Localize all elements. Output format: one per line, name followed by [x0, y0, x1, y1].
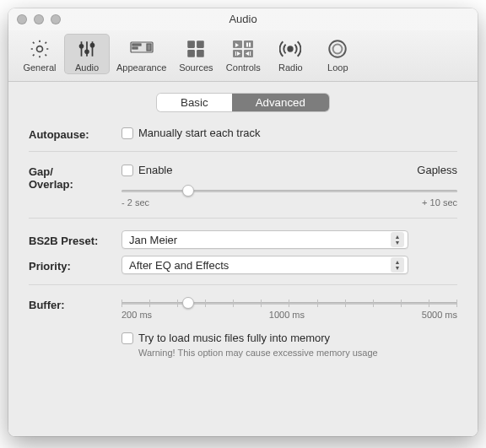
buffer-tick-5000: 5000 ms: [422, 310, 457, 320]
toolbar-label: Controls: [226, 62, 261, 73]
toolbar-label: Loop: [327, 62, 348, 73]
tab-basic[interactable]: Basic: [157, 94, 232, 111]
svg-rect-9: [197, 40, 204, 48]
toolbar-label: General: [23, 62, 56, 73]
toolbar-label: Appearance: [116, 62, 166, 73]
toolbar-general[interactable]: General: [17, 34, 62, 74]
svg-rect-10: [188, 50, 196, 57]
gap-enable-row[interactable]: Enable: [122, 164, 172, 176]
divider: [29, 218, 457, 219]
svg-rect-6: [132, 47, 138, 49]
svg-point-19: [330, 40, 347, 57]
titlebar: Audio: [8, 8, 478, 30]
toolbar-audio[interactable]: Audio: [64, 34, 110, 74]
svg-rect-13: [244, 40, 253, 48]
puzzle-icon: [184, 37, 208, 61]
buffer-tick-200: 200 ms: [122, 310, 152, 320]
memory-warning: Warning! This option may cause excessive…: [138, 348, 457, 358]
tab-segmented-control: Basic Advanced: [29, 94, 457, 111]
svg-rect-7: [147, 44, 151, 51]
divider: [29, 151, 457, 152]
svg-point-0: [37, 46, 43, 52]
appearance-icon: [130, 37, 154, 61]
toolbar-radio[interactable]: Radio: [267, 34, 313, 74]
content-pane: Basic Advanced Autopause: Manually start…: [8, 82, 478, 436]
memory-checkbox[interactable]: [122, 332, 133, 344]
buffer-tick-1000: 1000 ms: [269, 310, 305, 320]
svg-rect-17: [249, 43, 251, 47]
buffer-label: Buffer:: [29, 297, 122, 311]
gapless-label: Gapless: [417, 164, 457, 176]
bs2b-value: Jan Meier: [129, 234, 177, 246]
divider: [29, 284, 457, 285]
svg-point-1: [80, 45, 84, 48]
window-title: Audio: [8, 13, 478, 25]
toolbar-label: Sources: [179, 62, 213, 73]
toolbar-appearance[interactable]: Appearance: [111, 34, 171, 74]
svg-rect-8: [188, 40, 196, 48]
gap-min-label: - 2 sec: [122, 197, 149, 208]
preferences-window: Audio General Audio Appearance Sources: [8, 8, 478, 436]
buffer-slider[interactable]: [122, 302, 457, 305]
radio-icon: [278, 37, 302, 61]
svg-rect-16: [246, 43, 248, 47]
gap-slider-thumb[interactable]: [182, 185, 194, 197]
loop-icon: [326, 37, 349, 61]
svg-point-18: [289, 46, 293, 51]
svg-rect-11: [197, 50, 204, 57]
toolbar-loop[interactable]: Loop: [315, 34, 360, 74]
toolbar-sources[interactable]: Sources: [173, 34, 219, 74]
priority-label: Priority:: [29, 258, 122, 273]
gap-label: Gap/ Overlap:: [29, 164, 122, 191]
bs2b-label: BS2B Preset:: [29, 233, 122, 247]
select-arrows-icon: ▲▼: [391, 257, 404, 273]
autopause-checkbox-label: Manually start each track: [138, 127, 261, 139]
svg-point-3: [91, 44, 94, 47]
sliders-icon: [75, 37, 99, 61]
gap-slider[interactable]: [122, 190, 457, 192]
svg-rect-12: [233, 40, 242, 48]
autopause-checkbox[interactable]: [122, 127, 133, 139]
autopause-label: Autopause:: [29, 127, 122, 141]
playback-icon: [231, 37, 255, 61]
toolbar-controls[interactable]: Controls: [220, 34, 266, 74]
svg-point-2: [85, 50, 89, 53]
memory-checkbox-label: Try to load music files fully into memor…: [138, 332, 330, 344]
toolbar-label: Audio: [75, 62, 99, 73]
toolbar-label: Radio: [278, 62, 303, 73]
preferences-toolbar: General Audio Appearance Sources Control…: [8, 30, 478, 82]
buffer-slider-thumb[interactable]: [182, 297, 194, 309]
gear-icon: [28, 37, 51, 61]
autopause-checkbox-row[interactable]: Manually start each track: [122, 127, 457, 139]
memory-checkbox-row[interactable]: Try to load music files fully into memor…: [122, 332, 457, 344]
priority-select[interactable]: After EQ and Effects ▲▼: [122, 256, 408, 274]
select-arrows-icon: ▲▼: [391, 232, 404, 247]
svg-rect-5: [132, 44, 141, 46]
gap-max-label: + 10 sec: [422, 197, 457, 208]
tab-advanced[interactable]: Advanced: [232, 94, 329, 111]
svg-point-20: [333, 45, 343, 54]
priority-value: After EQ and Effects: [129, 259, 229, 272]
gap-enable-label: Enable: [138, 164, 172, 176]
bs2b-select[interactable]: Jan Meier ▲▼: [122, 230, 408, 249]
gap-enable-checkbox[interactable]: [122, 165, 133, 176]
